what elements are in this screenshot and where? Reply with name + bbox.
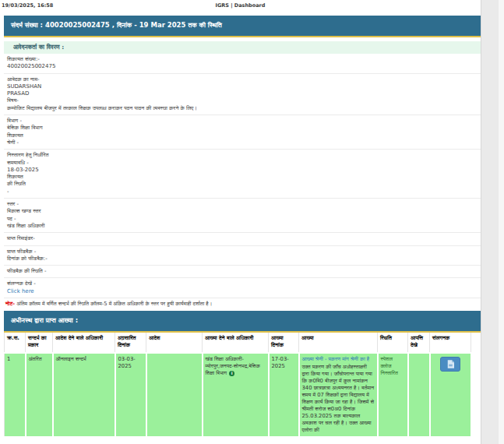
cell-serial: 1 [5,353,26,436]
column-header-1: क्र.स. [5,333,26,353]
field-line: कम्पोजिट विद्यालय बीजपुर में तत्काल शिक्… [7,105,478,112]
reference-status-header: संदर्भ संख्या : 40020025002475 , दिनांक … [4,16,481,37]
field-line: SUDARSHAN [7,83,478,90]
column-header-6: आख्या देने वाले अधिकारी [203,333,269,353]
attachment-view-link[interactable]: Click here [7,288,34,295]
cell-order-officer: ऑनलाइन सन्दर्भ [53,353,115,436]
field-item: संलग्नक देखें -Click here [4,278,481,298]
field-line: फीडबैक की स्थिति - [7,268,478,275]
field-line: PRASAD [7,90,478,97]
note-label: नोट- [5,301,15,307]
field-line: निस्तारण हेतु निर्धारित [7,152,478,159]
field-item: शिकायत संख्या:-40020025002475 [4,54,481,74]
field-line: प्राप्त फीडबैक - [7,248,478,255]
field-line: स्तर - [7,201,478,208]
field-line: विकास खण्ड स्तर [7,208,478,215]
field-line: - [7,189,478,196]
scrollbar-track[interactable] [499,0,504,444]
cell-attachment [430,353,471,436]
note-text: अंतिम कॉलम में वर्णित सन्दर्भ की स्थिति … [15,301,212,307]
info-icon[interactable]: i [229,371,234,376]
field-item: प्राप्त रिमाइंडर- [4,233,481,245]
column-header-8: आख्या [299,333,378,353]
print-title: IGRS | Dashboard [0,2,481,9]
note-line: नोट- अंतिम कॉलम में वर्णित सन्दर्भ की स्… [4,298,481,309]
cell-status: स्पेशल क्लोज निस्तारित [378,353,408,436]
column-header-4: अग्रसारित दिनांक [115,333,146,353]
field-item: निस्तारण हेतु निर्धारितसमयावधि -18-03-20… [4,150,481,199]
field-item: आवेदक का नाम-SUDARSHANPRASADविषय-कम्पोजि… [4,74,481,115]
cell-order [146,353,203,436]
subordinate-report-header: अधीनस्थ द्वारा प्राप्त आख्या : [4,311,481,333]
cell-ref-type: अंतरित [26,353,53,436]
pdf-file-icon [447,360,454,368]
column-header-7: आख्या दिनांक [269,333,299,353]
print-header: 19/03/2025, 16:58 IGRS | Dashboard [0,0,504,12]
field-line: संलग्नक देखें - [7,280,478,287]
field-line: शिकायत [7,132,478,139]
report-table: क्र.स.सन्दर्भ का प्रकारआदेश देने वाले अध… [4,333,472,436]
report-text: उक्त प्रकरण की जाँच अधोहस्ताक्षरी द्वारा… [302,364,375,434]
field-item: विभाग -बेसिक शिक्षा विभागशिकायतश्रेणी - [4,115,481,150]
field-line: प्राप्त रिमाइंडर- [7,235,478,242]
column-header-11: संलगनक [430,333,471,353]
cell-report-officer: खंड शिक्षा अधिकारी-म्योरपुर,जनपद-सोनभद्र… [203,353,269,436]
column-header-2: सन्दर्भ का प्रकार [26,333,53,353]
field-line: बेसिक शिक्षा विभाग [7,125,478,132]
page-content: संदर्भ संख्या : 40020025002475 , दिनांक … [4,16,481,436]
field-line: की स्थिति [7,181,478,188]
cell-report-date: 17-03-2025 [269,353,299,436]
field-line: समयावधि - [7,160,478,167]
column-header-5: आदेश [146,333,203,353]
field-item: प्राप्त फीडबैक -दिनांक को फीडबैक:- [4,246,481,266]
column-header-3: आदेश देने वाले अधिकारी [53,333,115,353]
cell-forward-date: 03-03-2025 [115,353,146,436]
field-line: आवेदक का नाम- [7,76,478,83]
table-row: 1 अंतरित ऑनलाइन सन्दर्भ 03-03-2025 खंड श… [5,353,471,436]
table-header-row: क्र.स.सन्दर्भ का प्रकारआदेश देने वाले अध… [5,333,471,353]
field-line: विभाग - [7,118,478,125]
field-line: श्रेणी - [7,139,478,146]
attachment-pdf-button[interactable] [440,357,460,372]
field-line: शिकायत [7,174,478,181]
field-line: 18-03-2025 [7,167,478,174]
column-header-9: स्थिति [378,333,408,353]
field-line: विषय- [7,97,478,104]
field-item: स्तर -विकास खण्ड स्तरपद -खंड शिक्षा अधिक… [4,199,481,233]
field-line: शिकायत संख्या:- [7,56,478,63]
field-line: खंड शिक्षा अधिकारी [7,223,478,230]
field-line: पद - [7,216,478,223]
field-line: 40020025002475 [7,63,478,70]
cell-objection [408,353,430,436]
applicant-details-header: आवेदनकर्ता का विवरण : [4,41,481,54]
field-line: दिनांक को फीडबैक:- [7,255,478,263]
column-header-10: आपत्ति देखे [408,333,430,353]
page-right-gutter [481,0,499,444]
field-item: फीडबैक की स्थिति - [4,266,481,278]
cell-report: आख्या श्रेणी - प्रकरण मांग श्रेणी का है … [299,353,378,436]
applicant-fields-list: शिकायत संख्या:-40020025002475आवेदक का ना… [4,54,481,298]
report-category-link[interactable]: आख्या श्रेणी - प्रकरण मांग श्रेणी का है [302,356,375,363]
